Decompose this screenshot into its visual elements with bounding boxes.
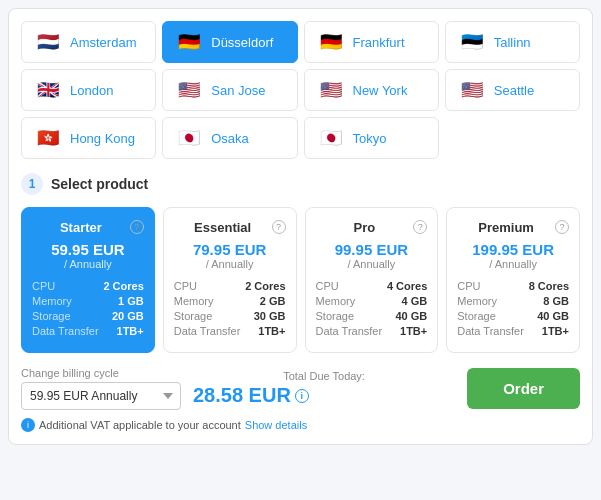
section-header: 1 Select product: [21, 173, 580, 195]
spec-row-cpu: CPU2 Cores: [32, 280, 144, 292]
location-card-new-york[interactable]: 🇺🇸New York: [304, 69, 439, 111]
main-container: 🇳🇱Amsterdam🇩🇪Düsseldorf🇩🇪Frankfurt🇪🇪Tall…: [8, 8, 593, 445]
location-card-frankfurt[interactable]: 🇩🇪Frankfurt: [304, 21, 439, 63]
flag-dusseldorf: 🇩🇪: [175, 32, 203, 52]
plan-period-pro: / Annually: [316, 258, 428, 270]
spec-row-storage: Storage20 GB: [32, 310, 144, 322]
flag-san-jose: 🇺🇸: [175, 80, 203, 100]
billing-label: Change billing cycle: [21, 367, 181, 379]
plan-specs-essential: CPU2 CoresMemory2 GBStorage30 GBData Tra…: [174, 280, 286, 337]
spec-label: Memory: [316, 295, 356, 307]
spec-row-data-transfer: Data Transfer1TB+: [316, 325, 428, 337]
spec-value: 4 Cores: [387, 280, 427, 292]
billing-select[interactable]: 59.95 EUR Annually: [21, 382, 181, 410]
show-details-link[interactable]: Show details: [245, 419, 307, 431]
spec-row-data-transfer: Data Transfer1TB+: [457, 325, 569, 337]
spec-label: Storage: [32, 310, 71, 322]
location-name-london: London: [70, 83, 113, 98]
section-label: Select product: [51, 176, 148, 192]
plan-name-pro: Pro: [316, 220, 428, 235]
spec-label: CPU: [174, 280, 197, 292]
plan-card-starter[interactable]: ?Starter59.95 EUR/ AnnuallyCPU2 CoresMem…: [21, 207, 155, 353]
location-name-tokyo: Tokyo: [353, 131, 387, 146]
plan-specs-pro: CPU4 CoresMemory4 GBStorage40 GBData Tra…: [316, 280, 428, 337]
vat-text: Additional VAT applicable to your accoun…: [39, 419, 241, 431]
location-card-london[interactable]: 🇬🇧London: [21, 69, 156, 111]
spec-row-cpu: CPU4 Cores: [316, 280, 428, 292]
plan-price-pro: 99.95 EUR: [316, 241, 428, 258]
plan-name-premium: Premium: [457, 220, 569, 235]
spec-value: 1TB+: [117, 325, 144, 337]
total-label: Total Due Today:: [193, 370, 455, 382]
spec-label: Storage: [457, 310, 496, 322]
location-card-hong-kong[interactable]: 🇭🇰Hong Kong: [21, 117, 156, 159]
location-name-frankfurt: Frankfurt: [353, 35, 405, 50]
vat-info-icon: i: [21, 418, 35, 432]
spec-label: Storage: [316, 310, 355, 322]
location-name-san-jose: San Jose: [211, 83, 265, 98]
spec-value: 2 Cores: [245, 280, 285, 292]
spec-value: 40 GB: [395, 310, 427, 322]
location-name-osaka: Osaka: [211, 131, 249, 146]
footer-bar: Change billing cycle 59.95 EUR Annually …: [21, 367, 580, 410]
location-card-san-jose[interactable]: 🇺🇸San Jose: [162, 69, 297, 111]
plan-card-pro[interactable]: ?Pro99.95 EUR/ AnnuallyCPU4 CoresMemory4…: [305, 207, 439, 353]
plan-pricing-essential: 79.95 EUR/ Annually: [174, 241, 286, 270]
spec-label: Memory: [457, 295, 497, 307]
order-button[interactable]: Order: [467, 368, 580, 409]
location-name-dusseldorf: Düsseldorf: [211, 35, 273, 50]
spec-value: 30 GB: [254, 310, 286, 322]
total-wrap: Total Due Today: 28.58 EUR i: [193, 370, 455, 407]
plan-pricing-starter: 59.95 EUR/ Annually: [32, 241, 144, 270]
plan-card-essential[interactable]: ?Essential79.95 EUR/ AnnuallyCPU2 CoresM…: [163, 207, 297, 353]
location-card-amsterdam[interactable]: 🇳🇱Amsterdam: [21, 21, 156, 63]
flag-frankfurt: 🇩🇪: [317, 32, 345, 52]
total-info-icon[interactable]: i: [295, 389, 309, 403]
plan-help-icon-essential[interactable]: ?: [272, 220, 286, 234]
spec-row-data-transfer: Data Transfer1TB+: [174, 325, 286, 337]
location-card-osaka[interactable]: 🇯🇵Osaka: [162, 117, 297, 159]
plan-period-essential: / Annually: [174, 258, 286, 270]
spec-row-memory: Memory2 GB: [174, 295, 286, 307]
spec-row-memory: Memory8 GB: [457, 295, 569, 307]
plan-pricing-premium: 199.95 EUR/ Annually: [457, 241, 569, 270]
plan-help-icon-premium[interactable]: ?: [555, 220, 569, 234]
plan-specs-premium: CPU8 CoresMemory8 GBStorage40 GBData Tra…: [457, 280, 569, 337]
plan-name-essential: Essential: [174, 220, 286, 235]
spec-label: Memory: [32, 295, 72, 307]
spec-value: 40 GB: [537, 310, 569, 322]
spec-value: 2 GB: [260, 295, 286, 307]
location-name-tallinn: Tallinn: [494, 35, 531, 50]
flag-hong-kong: 🇭🇰: [34, 128, 62, 148]
spec-label: Memory: [174, 295, 214, 307]
location-card-seattle[interactable]: 🇺🇸Seattle: [445, 69, 580, 111]
spec-label: Data Transfer: [316, 325, 383, 337]
spec-row-storage: Storage30 GB: [174, 310, 286, 322]
total-amount: 28.58 EUR i: [193, 384, 455, 407]
spec-value: 1TB+: [400, 325, 427, 337]
plan-specs-starter: CPU2 CoresMemory1 GBStorage20 GBData Tra…: [32, 280, 144, 337]
location-card-tallinn[interactable]: 🇪🇪Tallinn: [445, 21, 580, 63]
plan-price-starter: 59.95 EUR: [32, 241, 144, 258]
spec-value: 1 GB: [118, 295, 144, 307]
location-card-dusseldorf[interactable]: 🇩🇪Düsseldorf: [162, 21, 297, 63]
spec-label: CPU: [457, 280, 480, 292]
plan-period-starter: / Annually: [32, 258, 144, 270]
spec-row-memory: Memory4 GB: [316, 295, 428, 307]
spec-row-cpu: CPU2 Cores: [174, 280, 286, 292]
location-card-tokyo[interactable]: 🇯🇵Tokyo: [304, 117, 439, 159]
flag-tokyo: 🇯🇵: [317, 128, 345, 148]
spec-row-storage: Storage40 GB: [457, 310, 569, 322]
spec-row-storage: Storage40 GB: [316, 310, 428, 322]
plan-help-icon-starter[interactable]: ?: [130, 220, 144, 234]
spec-value: 4 GB: [402, 295, 428, 307]
spec-label: Data Transfer: [457, 325, 524, 337]
plan-price-essential: 79.95 EUR: [174, 241, 286, 258]
plan-price-premium: 199.95 EUR: [457, 241, 569, 258]
spec-value: 2 Cores: [103, 280, 143, 292]
plan-card-premium[interactable]: ?Premium199.95 EUR/ AnnuallyCPU8 CoresMe…: [446, 207, 580, 353]
flag-london: 🇬🇧: [34, 80, 62, 100]
plan-pricing-pro: 99.95 EUR/ Annually: [316, 241, 428, 270]
plan-name-starter: Starter: [32, 220, 144, 235]
spec-label: Data Transfer: [32, 325, 99, 337]
